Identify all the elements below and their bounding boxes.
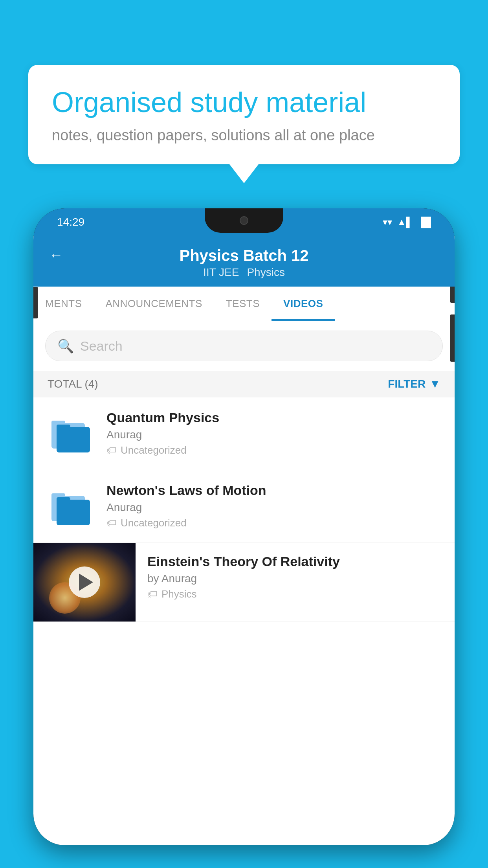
list-item[interactable]: Einstein's Theory Of Relativity by Anura… (33, 543, 455, 622)
search-icon: 🔍 (57, 338, 74, 354)
video-info: Einstein's Theory Of Relativity by Anura… (136, 543, 455, 611)
signal-icon: ▲▌ (397, 217, 413, 228)
camera-dot (240, 216, 248, 225)
volume-button-right (450, 314, 455, 362)
tag-label: Physics (161, 588, 197, 600)
back-button[interactable]: ← (49, 247, 63, 263)
folder-icon (50, 485, 93, 528)
list-item[interactable]: Quantum Physics Anurag 🏷 Uncategorized (33, 397, 455, 470)
tag-icon: 🏷 (106, 444, 117, 456)
video-info: Newton's Laws of Motion Anurag 🏷 Uncateg… (106, 483, 440, 529)
notch (205, 208, 283, 233)
filter-label: FILTER (388, 378, 426, 390)
status-time: 14:29 (57, 216, 84, 228)
phone-frame: 14:29 ▾▾ ▲▌ ▐█ ← Physics Batch 12 IIT JE… (33, 208, 455, 845)
tab-videos[interactable]: VIDEOS (272, 287, 335, 321)
status-bar: 14:29 ▾▾ ▲▌ ▐█ (33, 208, 455, 236)
filter-bar: TOTAL (4) FILTER ▼ (33, 371, 455, 397)
video-title: Einstein's Theory Of Relativity (147, 554, 443, 569)
header-tag-physics: Physics (247, 266, 284, 279)
speech-bubble-container: Organised study material notes, question… (28, 65, 460, 164)
tab-ments[interactable]: MENTS (33, 287, 94, 321)
status-icons: ▾▾ ▲▌ ▐█ (383, 217, 431, 228)
battery-icon: ▐█ (418, 217, 431, 228)
header-tags: IIT JEE Physics (203, 265, 285, 279)
tabs-bar: MENTS ANNOUNCEMENTS TESTS VIDEOS (33, 287, 455, 321)
video-thumbnail (33, 543, 136, 622)
video-list: Quantum Physics Anurag 🏷 Uncategorized (33, 397, 455, 622)
folder-thumbnail (48, 483, 95, 530)
video-tag: 🏷 Uncategorized (106, 517, 440, 529)
total-count: TOTAL (4) (48, 378, 98, 390)
video-author: Anurag (106, 501, 440, 514)
tab-tests[interactable]: TESTS (214, 287, 272, 321)
app-header: ← Physics Batch 12 IIT JEE Physics (33, 236, 455, 287)
video-title: Newton's Laws of Motion (106, 483, 440, 498)
tag-icon: 🏷 (147, 588, 158, 600)
speech-bubble: Organised study material notes, question… (28, 65, 460, 164)
bubble-title: Organised study material (52, 85, 436, 119)
list-item[interactable]: Newton's Laws of Motion Anurag 🏷 Uncateg… (33, 470, 455, 543)
folder-thumbnail (48, 410, 95, 457)
tag-icon: 🏷 (106, 517, 117, 529)
search-bar[interactable]: 🔍 Search (45, 331, 443, 361)
bubble-subtitle: notes, question papers, solutions all at… (52, 127, 436, 144)
tab-announcements[interactable]: ANNOUNCEMENTS (94, 287, 214, 321)
video-tag: 🏷 Physics (147, 588, 443, 600)
header-title: Physics Batch 12 (179, 247, 308, 265)
play-icon (79, 574, 93, 591)
wifi-icon: ▾▾ (383, 217, 392, 228)
phone-screen: ← Physics Batch 12 IIT JEE Physics MENTS… (33, 236, 455, 845)
folder-icon (50, 412, 93, 455)
svg-rect-7 (57, 497, 70, 504)
search-container: 🔍 Search (33, 321, 455, 371)
video-author: Anurag (106, 428, 440, 441)
filter-button[interactable]: FILTER ▼ (388, 378, 440, 390)
filter-icon: ▼ (429, 378, 440, 390)
video-author: by Anurag (147, 572, 443, 585)
header-tag-iitjee: IIT JEE (203, 266, 239, 279)
video-title: Quantum Physics (106, 410, 440, 425)
svg-rect-3 (57, 425, 70, 431)
video-tag: 🏷 Uncategorized (106, 444, 440, 456)
tag-label: Uncategorized (121, 444, 187, 456)
play-button[interactable] (69, 566, 100, 598)
tag-label: Uncategorized (121, 517, 187, 529)
video-info: Quantum Physics Anurag 🏷 Uncategorized (106, 410, 440, 456)
search-input[interactable]: Search (80, 338, 123, 354)
